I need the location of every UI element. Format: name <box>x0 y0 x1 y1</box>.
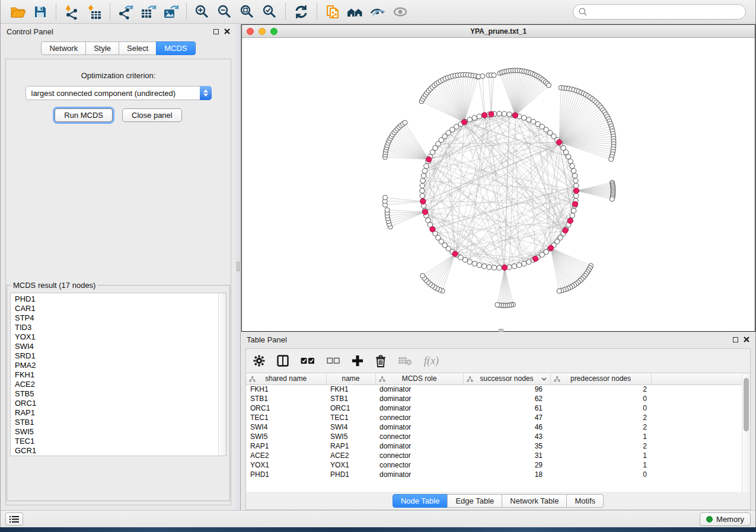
export-network-icon[interactable] <box>114 2 137 21</box>
close-panel-icon[interactable] <box>744 336 749 342</box>
select-all-icon[interactable] <box>301 357 315 365</box>
tab-edge-table[interactable]: Edge Table <box>447 494 502 508</box>
mcds-result-item[interactable]: GCR1 <box>15 446 226 456</box>
cell-MCDS-role[interactable]: connector <box>375 451 463 460</box>
import-network-icon[interactable] <box>60 2 83 21</box>
cell-MCDS-role[interactable]: dominator <box>375 422 463 432</box>
mcds-result-item[interactable]: ACE2 <box>15 380 226 389</box>
mcds-result-item[interactable]: STB5 <box>15 389 226 399</box>
cell-MCDS-role[interactable]: connector <box>375 432 463 441</box>
cell-name[interactable]: TEC1 <box>326 413 375 422</box>
cell-name[interactable]: ACE2 <box>326 451 375 460</box>
table-row[interactable]: ACE2ACE2connector311 <box>246 451 750 460</box>
go-home-icon[interactable] <box>344 2 366 21</box>
cell-MCDS-role[interactable]: connector <box>375 413 463 422</box>
cell-name[interactable]: RAP1 <box>326 441 375 451</box>
column-header-predecessor-nodes[interactable]: predecessor nodes <box>550 373 651 384</box>
mcds-result-item[interactable]: YOX1 <box>15 332 226 342</box>
cell-successor-nodes[interactable]: 43 <box>463 432 550 441</box>
run-mcds-button[interactable]: Run MCDS <box>55 108 113 122</box>
mcds-result-item[interactable]: ORC1 <box>15 399 226 408</box>
table-row[interactable]: FKH1FKH1dominator962 <box>246 384 750 394</box>
cell-successor-nodes[interactable]: 31 <box>463 451 550 460</box>
close-panel-icon[interactable] <box>224 28 230 34</box>
export-table-icon[interactable] <box>137 2 160 21</box>
table-row[interactable]: PHD1PHD1dominator180 <box>246 470 750 479</box>
mcds-result-item[interactable]: RAP1 <box>15 408 226 418</box>
save-icon[interactable] <box>29 2 52 21</box>
cell-shared-name[interactable]: YOX1 <box>246 460 326 470</box>
mcds-result-item[interactable]: TEC1 <box>15 437 226 446</box>
cell-MCDS-role[interactable]: connector <box>375 460 463 470</box>
cell-shared-name[interactable]: ORC1 <box>246 403 326 413</box>
task-history-button[interactable] <box>5 512 23 525</box>
mcds-result-list[interactable]: PHD1CAR1STP4TID3YOX1SWI4SRD1PMA2FKH1ACE2… <box>10 293 227 456</box>
mcds-result-item[interactable]: PMA2 <box>15 361 226 370</box>
mcds-result-item[interactable]: SWI4 <box>15 342 226 351</box>
cell-shared-name[interactable]: PHD1 <box>246 470 326 479</box>
zoom-fit-icon[interactable] <box>236 2 259 21</box>
cell-shared-name[interactable]: SWI5 <box>246 432 326 441</box>
cell-name[interactable]: STB1 <box>326 394 375 403</box>
table-row[interactable]: YOX1YOX1connector291 <box>246 460 750 470</box>
refresh-icon[interactable] <box>290 2 312 21</box>
cell-successor-nodes[interactable]: 35 <box>463 441 550 451</box>
cell-successor-nodes[interactable]: 47 <box>463 413 550 422</box>
table-row[interactable]: RAP1RAP1dominator352 <box>246 441 750 451</box>
cell-predecessor-nodes[interactable]: 2 <box>550 413 651 422</box>
mcds-result-item[interactable]: TID3 <box>15 323 226 332</box>
cell-predecessor-nodes[interactable]: 0 <box>550 394 651 403</box>
import-table-icon[interactable] <box>83 2 106 21</box>
cell-shared-name[interactable]: SWI4 <box>246 422 326 432</box>
tab-network[interactable]: Network <box>41 41 86 55</box>
duplicate-network-icon[interactable] <box>321 2 344 21</box>
network-window-titlebar[interactable]: YPA_prune.txt_1 <box>242 25 755 38</box>
zoom-selected-icon[interactable] <box>259 2 281 21</box>
zoom-out-icon[interactable] <box>213 2 236 21</box>
mcds-result-item[interactable]: FKH1 <box>15 370 226 380</box>
cell-name[interactable]: ORC1 <box>326 403 375 413</box>
cell-name[interactable]: PHD1 <box>326 470 375 479</box>
network-splitter-handle[interactable] <box>499 329 503 332</box>
table-row[interactable]: TEC1TEC1connector472 <box>246 413 750 422</box>
delete-column-icon[interactable] <box>375 355 386 367</box>
show-columns-icon[interactable] <box>277 355 289 367</box>
splitter-handle[interactable] <box>237 262 240 271</box>
zoom-in-icon[interactable] <box>191 2 213 21</box>
table-row[interactable]: SWI5SWI5connector431 <box>246 432 750 441</box>
table-row[interactable]: SWI4SWI4dominator462 <box>246 422 750 432</box>
cell-shared-name[interactable]: ACE2 <box>246 451 326 460</box>
mcds-result-item[interactable]: CAR1 <box>15 304 226 313</box>
tab-style[interactable]: Style <box>85 41 119 55</box>
search-field[interactable] <box>573 4 746 20</box>
tab-select[interactable]: Select <box>119 41 157 55</box>
cell-predecessor-nodes[interactable]: 1 <box>550 451 651 460</box>
cell-MCDS-role[interactable]: dominator <box>375 403 463 413</box>
cell-name[interactable]: SWI5 <box>326 432 375 441</box>
tab-network-table[interactable]: Network Table <box>502 494 567 508</box>
mcds-result-item[interactable]: SRD1 <box>15 351 226 361</box>
cell-predecessor-nodes[interactable]: 0 <box>550 403 651 413</box>
table-scrollbar[interactable] <box>742 373 750 492</box>
scrollbar-thumb[interactable] <box>744 378 749 431</box>
cell-predecessor-nodes[interactable]: 2 <box>550 384 651 394</box>
delete-table-icon[interactable] <box>398 356 412 366</box>
panel-splitter[interactable] <box>236 24 241 510</box>
node-table-grid[interactable]: shared namenameMCDS rolesuccessor nodesp… <box>246 373 750 479</box>
gear-icon[interactable] <box>253 355 265 367</box>
result-list-scrollbar[interactable] <box>218 293 226 456</box>
column-header-successor-nodes[interactable]: successor nodes <box>463 373 550 384</box>
cell-MCDS-role[interactable]: dominator <box>375 384 463 394</box>
tab-motifs[interactable]: Motifs <box>566 494 604 508</box>
cell-successor-nodes[interactable]: 62 <box>463 394 550 403</box>
cell-MCDS-role[interactable]: dominator <box>375 394 463 403</box>
export-image-icon[interactable] <box>160 2 182 21</box>
cell-name[interactable]: FKH1 <box>326 384 375 394</box>
mcds-result-item[interactable]: SWI5 <box>15 427 226 437</box>
cell-name[interactable]: YOX1 <box>326 460 375 470</box>
function-builder-icon[interactable]: f(x) <box>424 355 439 367</box>
cell-MCDS-role[interactable]: dominator <box>375 470 463 479</box>
mcds-result-item[interactable]: STB1 <box>15 418 226 427</box>
cell-predecessor-nodes[interactable]: 1 <box>550 432 651 441</box>
show-all-icon[interactable] <box>389 2 412 21</box>
